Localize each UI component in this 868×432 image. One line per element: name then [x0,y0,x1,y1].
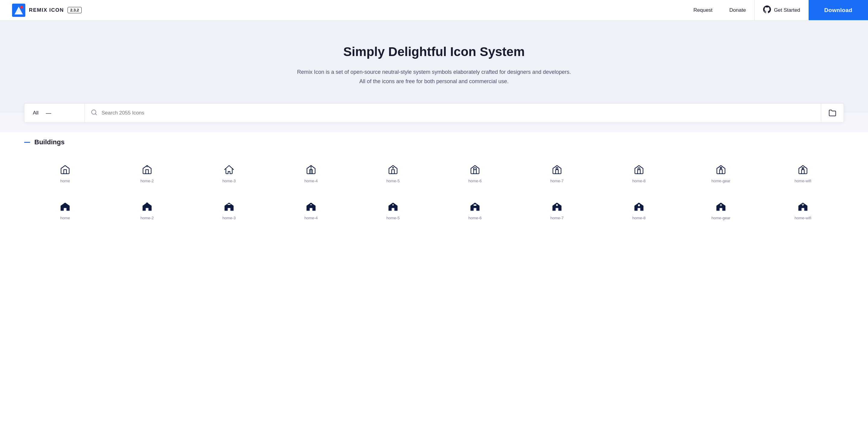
svg-point-5 [393,167,394,168]
svg-point-10 [803,169,803,170]
icon-home-3[interactable]: home-3 [188,158,270,189]
icon-home-8-filled[interactable]: home-8 [598,195,680,226]
icon-home-gear[interactable]: home-gear [680,158,762,189]
icon-home-6[interactable]: home-6 [434,158,516,189]
icon-home-wifi-label: home-wifi [795,179,811,183]
icon-home-wifi-filled[interactable]: home-wifi [762,195,844,226]
icon-home-2-filled-label: home-2 [141,216,154,220]
get-started-label: Get Started [774,7,800,13]
download-button[interactable]: Download [809,0,868,20]
icon-home-gear-filled-label: home-gear [712,216,731,220]
icon-home-filled-label: home [60,216,70,220]
icon-home-5-filled-label: home-5 [386,216,400,220]
icon-home-4-filled[interactable]: home-4 [270,195,352,226]
icon-home[interactable]: home [24,158,106,189]
svg-point-7 [556,167,558,169]
svg-rect-6 [474,168,476,170]
icon-home-3-filled[interactable]: home-3 [188,195,270,226]
icon-home-2-label: home-2 [141,179,154,183]
svg-rect-11 [146,203,148,204]
hero-title: Simply Delightful Icon System [12,44,856,59]
icon-home-7-filled[interactable]: home-7 [516,195,598,226]
icon-home-8[interactable]: home-8 [598,158,680,189]
icon-home-gear-filled[interactable]: home-gear [680,195,762,226]
icon-home-5[interactable]: home-5 [352,158,434,189]
search-input-wrapper [85,109,821,117]
hero-section: Simply Delightful Icon System Remix Icon… [0,21,868,113]
category-bar [24,142,30,143]
icon-home-8-label: home-8 [632,179,646,183]
icon-home-7-label: home-7 [550,179,564,183]
donate-link[interactable]: Donate [721,7,754,13]
svg-rect-8 [638,168,640,170]
category-label: All [33,110,38,116]
icon-home-6-filled[interactable]: home-6 [434,195,516,226]
svg-line-3 [95,113,96,115]
icon-home-6-label: home-6 [468,179,482,183]
icon-home-gear-label: home-gear [712,179,731,183]
icon-home-3-label: home-3 [222,179,236,183]
category-selector[interactable]: All — [24,104,85,122]
icons-section: Buildings home home-2 home-3 home-4 home… [0,132,868,250]
hero-desc-line2: All of the icons are free for both perso… [12,77,856,86]
icon-home-wifi-filled-label: home-wifi [795,216,811,220]
svg-rect-15 [474,205,476,206]
svg-point-16 [556,204,558,206]
icon-home-2[interactable]: home-2 [106,158,188,189]
icon-home-2-filled[interactable]: home-2 [106,195,188,226]
icons-row-2: home home-2 home-3 home-4 home-5 home-6 [24,195,844,226]
search-section: All — [0,113,868,132]
icon-home-5-label: home-5 [386,179,400,183]
buildings-heading: Buildings [24,138,844,146]
version-badge[interactable]: 2.3.2 [67,7,82,13]
github-icon [763,5,771,15]
svg-rect-17 [638,205,640,206]
icon-home-5-filled[interactable]: home-5 [352,195,434,226]
svg-point-19 [721,205,721,205]
buildings-title: Buildings [34,138,64,146]
icon-home-label: home [60,179,70,183]
icon-home-6-filled-label: home-6 [468,216,482,220]
search-bar: All — [24,103,844,123]
icon-home-filled[interactable]: home [24,195,106,226]
icon-home-8-filled-label: home-8 [632,216,646,220]
svg-point-14 [393,204,394,206]
icons-row-1: home home-2 home-3 home-4 home-5 home-6 [24,158,844,189]
navbar-right: Request Donate Get Started Download [685,0,868,20]
icon-home-3-filled-label: home-3 [222,216,236,220]
icon-home-4-filled-label: home-4 [304,216,318,220]
brand-name: REMIX ICON [29,7,64,13]
icon-home-7-filled-label: home-7 [550,216,564,220]
remix-icon-logo [12,4,25,17]
icon-home-4-label: home-4 [304,179,318,183]
hero-desc-line1: Remix Icon is a set of open-source neutr… [12,67,856,77]
icon-home-7[interactable]: home-7 [516,158,598,189]
search-input[interactable] [101,110,815,116]
request-link[interactable]: Request [685,7,721,13]
navbar: REMIX ICON 2.3.2 Request Donate Get Star… [0,0,868,21]
get-started-button[interactable]: Get Started [755,0,809,20]
search-icon [91,109,97,117]
icon-home-wifi[interactable]: home-wifi [762,158,844,189]
minus-icon: — [46,110,51,116]
navbar-brand-area: REMIX ICON 2.3.2 [12,4,82,17]
svg-rect-13 [310,205,312,205]
svg-rect-12 [228,204,230,205]
svg-point-1 [20,6,23,9]
svg-point-20 [803,205,803,206]
folder-icon-button[interactable] [821,104,844,122]
icon-home-4[interactable]: home-4 [270,158,352,189]
